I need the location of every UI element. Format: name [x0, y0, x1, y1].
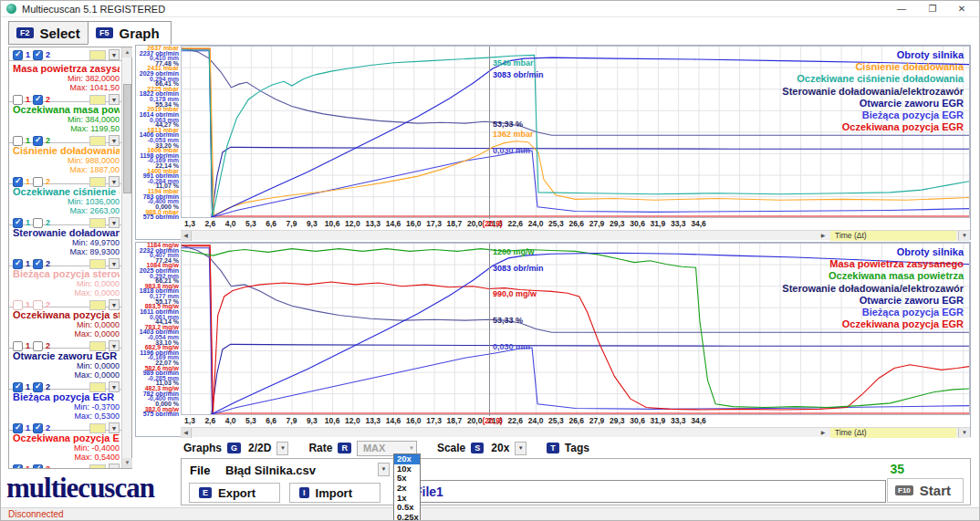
import-button[interactable]: I Import [289, 483, 381, 503]
plot-area[interactable]: Obroty silnikaCiśnienie doładowaniaOczek… [181, 46, 970, 218]
series-color-combo[interactable] [89, 136, 106, 146]
channel-1-checkbox[interactable] [13, 95, 23, 105]
file-combo-value[interactable]: Błąd Silnika.csv [225, 464, 316, 477]
channel-2-checkbox[interactable] [33, 300, 43, 310]
x-tick-label: 34,6 [691, 219, 706, 228]
time-axis-dropdown-icon[interactable]: ▼ [958, 231, 970, 241]
y-axis-labels: 1184 mg/w2232 obr/min0,407 mm77,24 %1084… [136, 243, 179, 416]
start-key-badge: F10 [895, 485, 913, 495]
channel-1-checkbox[interactable] [13, 464, 23, 469]
channel-2-checkbox[interactable] [33, 464, 43, 469]
cursor-value-annotation: 1362 mbar [493, 130, 534, 139]
x-tick-label: 2,6 [204, 416, 215, 425]
series-color-combo[interactable] [89, 259, 106, 269]
sidebar-scrollbar[interactable]: ▲ ▼ [121, 47, 131, 468]
scale-value[interactable]: 20x [491, 442, 509, 454]
channel-2-checkbox[interactable] [33, 423, 43, 433]
channel-1-checkbox[interactable] [13, 300, 23, 310]
series-color-combo[interactable] [89, 423, 106, 433]
cursor-line[interactable] [489, 47, 490, 219]
filename-input[interactable] [408, 480, 886, 503]
graph-panel-bottom: 1184 mg/w2232 obr/min0,407 mm77,24 %1084… [135, 242, 971, 437]
x-tick-label: 29,3 [610, 416, 625, 425]
channel-2-checkbox[interactable] [33, 136, 43, 146]
graphs-mode-value[interactable]: 2/2D [248, 442, 271, 454]
tab-select[interactable]: F2 Select [8, 21, 92, 45]
time-axis-dropdown-icon[interactable]: ▼ [958, 428, 970, 438]
scroll-right-icon[interactable]: ▶ [818, 428, 829, 438]
channel-1-checkbox[interactable] [13, 423, 23, 433]
file-combo-dropdown-icon[interactable]: ▼ [378, 463, 390, 476]
channel-1-checkbox[interactable] [13, 382, 23, 392]
channel-2-checkbox[interactable] [33, 177, 43, 187]
parameter-item: Ciśnienie doładowaniaMin: 988,0000Max: 1… [9, 143, 122, 184]
legend-entry: Sterowanie doładowania/elektrozawór [782, 86, 964, 98]
scale-dropdown-icon[interactable]: ▼ [515, 442, 526, 455]
channel-2-checkbox[interactable] [33, 95, 43, 105]
series-color-combo[interactable] [89, 341, 106, 351]
series-color-combo[interactable] [89, 218, 106, 228]
cursor-line[interactable] [489, 244, 490, 416]
scroll-up-icon[interactable]: ▲ [122, 47, 132, 57]
parameter-name: Masa powietrza zasysanego [13, 63, 120, 74]
x-tick-label: 30,6 [630, 219, 645, 228]
series-color-combo[interactable] [89, 382, 106, 392]
scroll-down-icon[interactable]: ▼ [122, 458, 132, 468]
scroll-right-icon[interactable]: ▶ [818, 231, 829, 241]
channel-2-checkbox[interactable] [33, 259, 43, 269]
channel-1-label: 1 [26, 218, 30, 227]
time-scrollbar[interactable]: ◀▶Time (Δt)▼ [181, 427, 970, 437]
x-tick-label: 16,0 [406, 416, 422, 425]
connection-status: Disconnected [8, 509, 64, 519]
channel-1-label: 1 [26, 259, 30, 268]
parameter-name: Oczekiwane ciśnienie doładowania [13, 186, 120, 197]
series-color-combo[interactable] [89, 464, 106, 469]
time-scrollbar[interactable]: ◀▶Time (Δt)▼ [181, 230, 970, 240]
channel-2-checkbox[interactable] [33, 218, 43, 228]
channel-1-checkbox[interactable] [13, 50, 23, 60]
series-color-dropdown-icon[interactable]: ▼ [109, 464, 120, 468]
channel-1-checkbox[interactable] [13, 341, 23, 351]
x-tick-label: 5,3 [245, 416, 256, 425]
channel-2-checkbox[interactable] [33, 341, 43, 351]
file-panel: File Błąd Silnika.csv ▼ E Export I Impor… [181, 458, 397, 505]
minimize-icon[interactable]: — [888, 2, 915, 16]
parameter-name: Oczekiwana masa powietrza [13, 104, 120, 115]
channel-1-label: 1 [26, 464, 30, 468]
channel-2-checkbox[interactable] [33, 382, 43, 392]
start-button[interactable]: F10 Start [887, 478, 964, 503]
series-color-combo[interactable] [89, 50, 106, 60]
tags-label[interactable]: Tags [565, 442, 589, 454]
parameter-max: Max: 1041,50 [13, 83, 120, 92]
channel-2-checkbox[interactable] [33, 50, 43, 60]
channel-1-checkbox[interactable] [13, 218, 23, 228]
close-icon[interactable]: ✕ [948, 2, 975, 16]
channel-2-label: 2 [46, 382, 50, 391]
legend-entry: Obroty silnika [782, 49, 964, 61]
x-tick-label: 9,3 [307, 416, 318, 425]
graphs-mode-dropdown-icon[interactable]: ▼ [276, 442, 288, 455]
x-axis-ticks: 1,32,64,05,36,67,99,310,612,013,314,616,… [181, 416, 970, 427]
channel-1-checkbox[interactable] [13, 177, 23, 187]
series-color-combo[interactable] [89, 177, 106, 187]
channel-1-label: 1 [26, 177, 30, 186]
series-color-dropdown-icon[interactable]: ▼ [109, 49, 120, 60]
series-color-combo[interactable] [89, 95, 106, 105]
scrollbar-thumb[interactable] [123, 84, 131, 193]
y-axis-labels: 2637 mbar2237 obr/min0,410 mm77,48 %2431… [136, 46, 179, 219]
cursor-value-annotation: 53,33 % [493, 316, 523, 325]
maximize-icon[interactable]: ❐ [919, 2, 946, 16]
x-tick-label: 14,6 [386, 219, 401, 228]
series-color-combo[interactable] [89, 300, 106, 310]
scale-option-0.25x[interactable]: 0.25x [394, 513, 420, 521]
export-button[interactable]: E Export [189, 483, 280, 503]
channel-2-label: 2 [46, 50, 50, 59]
scroll-left-icon[interactable]: ◀ [181, 428, 192, 438]
channel-toggles: 12▼ [13, 464, 120, 468]
parameter-max: Max: 89,9300 [13, 247, 120, 256]
scroll-left-icon[interactable]: ◀ [181, 231, 192, 241]
tab-graph[interactable]: F5 Graph [88, 21, 172, 45]
channel-1-checkbox[interactable] [13, 259, 23, 269]
plot-area[interactable]: Obroty silnikaMasa powietrza zasysanegoO… [181, 243, 970, 415]
channel-1-checkbox[interactable] [13, 136, 23, 146]
